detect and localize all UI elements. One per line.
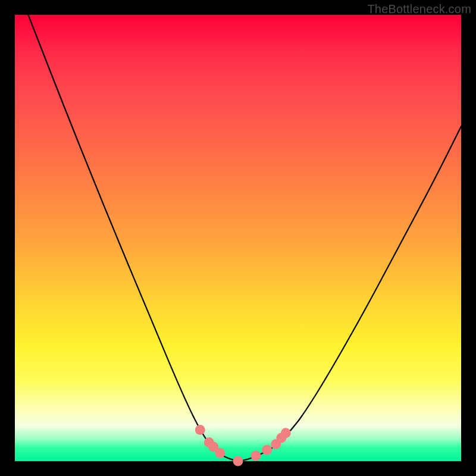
trough-marker [281,428,291,438]
trough-marker [233,456,243,466]
plot-area [15,15,461,461]
attribution-label: TheBottleneck.com [367,2,471,16]
bottleneck-curve-svg [15,15,461,461]
trough-marker [251,451,261,461]
trough-marker [262,445,272,455]
bottleneck-curve [29,15,462,461]
trough-marker [215,448,226,458]
chart-frame: TheBottleneck.com [0,0,476,476]
trough-marker [195,425,205,435]
